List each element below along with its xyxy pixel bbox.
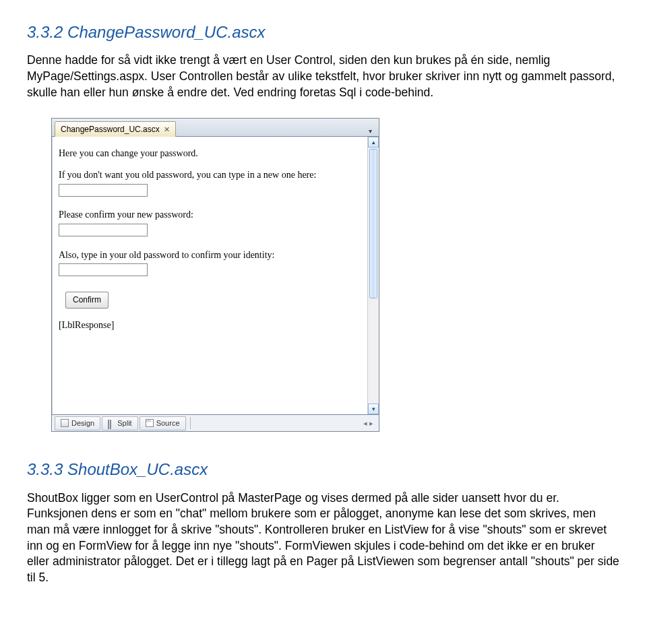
new-password-field[interactable] [59,184,148,197]
confirm-password-field[interactable] [59,224,148,236]
tab-overflow-dropdown[interactable]: ▾ [365,127,375,136]
designer-canvas: Here you can change your password. If yo… [52,137,367,414]
label-response-placeholder: [LblResponse] [59,318,361,333]
scroll-down-arrow-icon[interactable]: ▾ [368,404,379,414]
ide-editor-body: Here you can change your password. If yo… [52,137,379,414]
vertical-scrollbar[interactable]: ▴ ▾ [367,137,379,414]
view-split-label: Split [117,418,131,428]
view-source-label: Source [156,418,180,428]
split-view-icon [108,420,115,426]
status-divider [190,417,191,429]
tab-change-password-file[interactable]: ChangePassword_UC.ascx ✕ [55,121,176,137]
section-heading-change-password: 3.3.2 ChangePassword_UC.ascx [27,22,620,43]
text-line-old-password: Also, type in your old password to confi… [59,248,361,263]
scroll-thumb[interactable] [369,149,377,298]
view-source-button[interactable]: Source [140,416,186,430]
scroll-up-arrow-icon[interactable]: ▴ [368,137,379,148]
confirm-button[interactable]: Confirm [65,292,109,309]
close-icon[interactable]: ✕ [164,125,170,135]
tab-label: ChangePassword_UC.ascx [61,124,160,135]
view-design-button[interactable]: Design [55,416,100,430]
text-line-intro: Here you can change your password. [59,146,361,161]
breadcrumb-scroll-icon[interactable]: ◂ ▸ [363,418,376,428]
text-line-confirm-password: Please confirm your new password: [59,207,361,222]
old-password-field[interactable] [59,263,148,276]
text-line-new-password: If you don't want you old password, you … [59,168,361,183]
view-split-button[interactable]: Split [102,416,137,430]
ide-tab-bar: ChangePassword_UC.ascx ✕ ▾ [52,119,379,137]
design-view-icon [61,419,69,427]
section-heading-shoutbox: 3.3.3 ShoutBox_UC.ascx [27,459,620,480]
ide-view-switcher: Design Split Source ◂ ▸ [52,414,379,431]
section-paragraph-shoutbox: ShoutBox ligger som en UserControl på Ma… [27,490,620,586]
view-design-label: Design [71,418,94,428]
ide-window: ChangePassword_UC.ascx ✕ ▾ Here you can … [51,118,379,432]
source-view-icon [146,419,154,427]
section-paragraph-change-password: Denne hadde for så vidt ikke trengt å væ… [27,53,620,100]
